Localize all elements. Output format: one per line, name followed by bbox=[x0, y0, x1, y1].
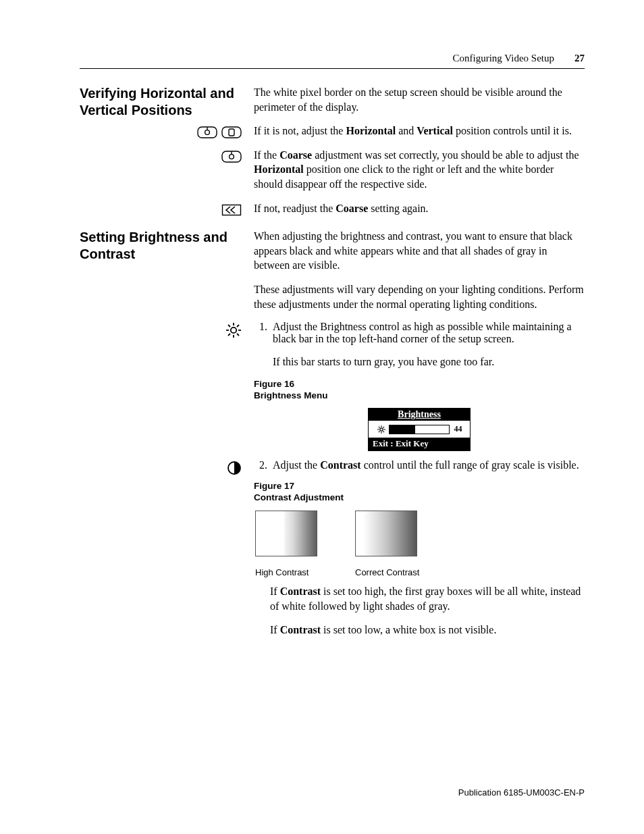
osd-body: 44 bbox=[369, 421, 470, 438]
bold-contrast: Contrast bbox=[320, 459, 360, 471]
text: position controls until it is. bbox=[453, 125, 572, 136]
figure-number: Figure 17 bbox=[254, 481, 294, 491]
step-1: Adjust the Brightness control as high as… bbox=[270, 321, 585, 369]
row-coarse-check: If the Coarse adjustment was set correct… bbox=[80, 148, 585, 201]
section-verify-positions: Verifying Horizontal and Vertical Positi… bbox=[80, 85, 585, 124]
text: setting again. bbox=[368, 203, 428, 214]
text: If the bbox=[254, 149, 279, 161]
text: and bbox=[396, 125, 417, 136]
publication-footer: Publication 6185-UM003C-EN-P bbox=[458, 787, 585, 798]
vertical-position-icon bbox=[221, 125, 242, 140]
row-step2: Adjust the Contrast control until the fu… bbox=[80, 459, 585, 647]
svg-point-9 bbox=[231, 328, 236, 333]
osd-title: Brightness bbox=[369, 409, 470, 421]
bold-vertical: Vertical bbox=[417, 125, 453, 136]
section-title-bc: Setting Brightness and Contrast bbox=[80, 229, 242, 263]
step-text: Adjust the Brightness control as high as… bbox=[273, 321, 572, 344]
step-note: If this bar starts to turn gray, you hav… bbox=[273, 355, 585, 369]
text: adjustment was set correctly, you should… bbox=[312, 149, 579, 161]
bold-horizontal: Horizontal bbox=[346, 125, 396, 136]
figure-title: Brightness Menu bbox=[254, 390, 328, 400]
figure-number: Figure 16 bbox=[254, 379, 294, 389]
bold-horizontal: Horizontal bbox=[254, 163, 304, 175]
step-2: Adjust the Contrast control until the fu… bbox=[270, 459, 585, 471]
brightness-osd: Brightness bbox=[368, 408, 471, 451]
svg-point-6 bbox=[230, 154, 234, 159]
svg-line-14 bbox=[228, 325, 230, 327]
svg-point-18 bbox=[379, 428, 382, 431]
svg-line-16 bbox=[228, 334, 230, 336]
brightness-icon bbox=[377, 425, 386, 434]
body-text: When adjusting the brightness and contra… bbox=[254, 229, 585, 273]
svg-line-23 bbox=[378, 427, 379, 428]
svg-line-17 bbox=[237, 325, 239, 327]
body-text: The white pixel border on the setup scre… bbox=[254, 85, 585, 114]
body-text: If it is not, adjust the Horizontal and … bbox=[254, 124, 585, 138]
svg-rect-4 bbox=[229, 129, 234, 136]
body-text: These adjustments will vary depending on… bbox=[254, 282, 585, 311]
text: If bbox=[270, 624, 280, 635]
body-text: If Contrast is set too low, a white box … bbox=[270, 623, 585, 637]
horizontal-position-icon bbox=[197, 125, 217, 140]
text: control until the full range of gray sca… bbox=[361, 459, 579, 471]
coarse-icon bbox=[221, 203, 242, 217]
correct-contrast-sample: Correct Contrast bbox=[355, 511, 419, 577]
page: Configuring Video Setup 27 Verifying Hor… bbox=[0, 0, 644, 674]
text: Adjust the bbox=[273, 459, 320, 471]
osd-footer: Exit : Exit Key bbox=[369, 438, 470, 450]
row-coarse-readjust: If not, readjust the Coarse setting agai… bbox=[80, 201, 585, 226]
label-high-contrast: High Contrast bbox=[255, 567, 308, 577]
body-text: If not, readjust the Coarse setting agai… bbox=[254, 201, 585, 216]
figure-title: Contrast Adjustment bbox=[254, 492, 344, 502]
body-text: If the Coarse adjustment was set correct… bbox=[254, 148, 585, 192]
contrast-icon bbox=[227, 461, 242, 475]
row-horizontal-vertical: If it is not, adjust the Horizontal and … bbox=[80, 124, 585, 148]
gradient-high bbox=[255, 511, 317, 556]
header-rule bbox=[80, 68, 585, 69]
high-contrast-sample: High Contrast bbox=[255, 511, 317, 577]
figure-17-caption: Figure 17 Contrast Adjustment bbox=[254, 481, 585, 504]
body-text: If Contrast is set too high, the first g… bbox=[270, 584, 585, 613]
gradient-correct bbox=[355, 511, 417, 556]
bold-coarse: Coarse bbox=[279, 149, 312, 161]
text: is set too low, a white box is not visib… bbox=[321, 624, 496, 635]
figure-16-caption: Figure 16 Brightness Menu bbox=[254, 379, 585, 402]
horizontal-position-icon bbox=[221, 149, 242, 164]
svg-line-26 bbox=[383, 427, 384, 428]
svg-point-1 bbox=[205, 130, 210, 135]
brightness-icon bbox=[225, 322, 242, 338]
svg-line-15 bbox=[237, 334, 239, 336]
svg-line-25 bbox=[378, 431, 379, 432]
brightness-value: 44 bbox=[454, 424, 462, 434]
page-number: 27 bbox=[574, 53, 585, 64]
svg-line-24 bbox=[383, 431, 384, 432]
section-title-verify: Verifying Horizontal and Vertical Positi… bbox=[80, 85, 242, 119]
bold-contrast: Contrast bbox=[280, 585, 321, 597]
row-step1: Adjust the Brightness control as high as… bbox=[80, 321, 585, 459]
label-correct-contrast: Correct Contrast bbox=[355, 567, 419, 577]
bold-contrast: Contrast bbox=[280, 624, 321, 635]
brightness-slider bbox=[389, 425, 450, 434]
text: If bbox=[270, 585, 280, 597]
running-header: Configuring Video Setup 27 bbox=[80, 53, 585, 64]
section-brightness-contrast: Setting Brightness and Contrast When adj… bbox=[80, 229, 585, 321]
bold-coarse: Coarse bbox=[336, 203, 368, 214]
contrast-figure: High Contrast Correct Contrast bbox=[255, 511, 585, 577]
header-section: Configuring Video Setup bbox=[453, 53, 554, 64]
text: If it is not, adjust the bbox=[254, 125, 346, 136]
text: If not, readjust the bbox=[254, 203, 336, 214]
